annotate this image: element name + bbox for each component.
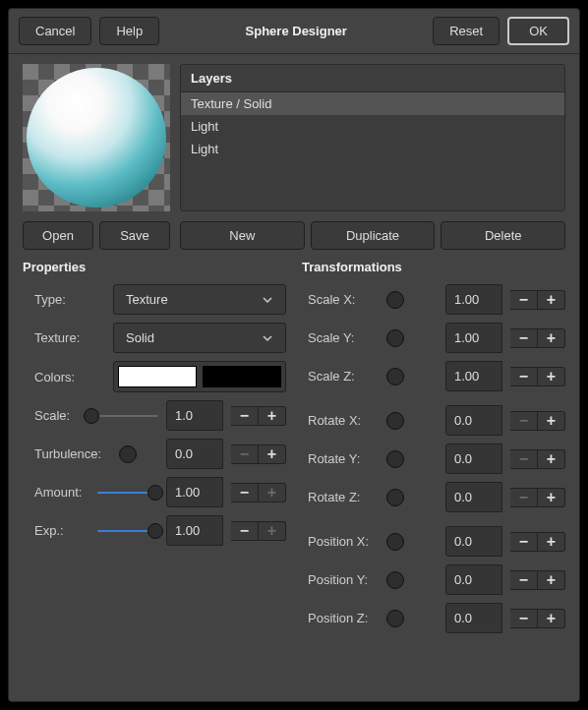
scale-y-input[interactable]: 1.00 <box>445 323 502 353</box>
sphere-preview <box>27 68 166 207</box>
amount-slider[interactable] <box>97 492 158 494</box>
rotate-y-increment[interactable]: + <box>538 449 565 469</box>
position-y-input[interactable]: 0.0 <box>445 564 502 595</box>
rotate-z-input[interactable]: 0.0 <box>445 482 502 512</box>
rotate-x-decrement: − <box>510 411 538 431</box>
rotate-z-decrement: − <box>510 488 538 507</box>
turbulence-decrement: − <box>231 444 259 464</box>
ok-button[interactable]: OK <box>507 17 569 45</box>
help-button[interactable]: Help <box>99 17 159 45</box>
position-z-increment[interactable]: + <box>538 609 565 628</box>
rotate-y-label: Rotate Y: <box>308 451 379 466</box>
position-z-label: Position Z: <box>308 611 379 625</box>
scale-z-increment[interactable]: + <box>538 367 565 386</box>
rotate-z-increment[interactable]: + <box>538 488 565 507</box>
turbulence-label: Turbulence: <box>34 446 111 461</box>
type-combo[interactable]: Texture <box>113 284 286 315</box>
scale-x-input[interactable]: 1.00 <box>445 284 502 315</box>
preview-area <box>23 64 170 211</box>
color-swatch-2[interactable] <box>203 366 281 387</box>
scale-z-label: Scale Z: <box>308 369 379 384</box>
position-x-knob[interactable] <box>386 533 404 551</box>
amount-label: Amount: <box>34 485 89 500</box>
position-x-decrement[interactable]: − <box>510 532 538 552</box>
scale-y-label: Scale Y: <box>308 330 379 345</box>
rotate-x-input[interactable]: 0.0 <box>445 405 502 436</box>
properties-panel: Properties Type: Texture Texture: Solid <box>23 260 286 641</box>
position-y-knob[interactable] <box>386 571 404 589</box>
turbulence-knob[interactable] <box>119 445 137 463</box>
position-z-decrement[interactable]: − <box>510 609 538 628</box>
scale-x-decrement[interactable]: − <box>510 290 538 310</box>
texture-label: Texture: <box>34 330 105 345</box>
scale-y-decrement[interactable]: − <box>510 328 538 348</box>
rotate-y-knob[interactable] <box>386 450 404 468</box>
position-x-input[interactable]: 0.0 <box>445 526 502 557</box>
rotate-z-label: Rotate Z: <box>308 490 379 504</box>
layer-row[interactable]: Light <box>181 115 564 138</box>
scale-x-label: Scale X: <box>308 292 379 307</box>
texture-combo[interactable]: Solid <box>113 323 286 353</box>
exp-label: Exp.: <box>34 523 89 538</box>
layers-list[interactable]: Texture / SolidLightLight <box>181 92 564 210</box>
position-z-knob[interactable] <box>386 610 404 627</box>
type-value: Texture <box>126 292 168 307</box>
rotate-y-input[interactable]: 0.0 <box>445 444 502 474</box>
amount-increment: + <box>259 483 286 503</box>
layer-row[interactable]: Texture / Solid <box>181 92 564 115</box>
scale-z-decrement[interactable]: − <box>510 367 538 386</box>
scale-x-increment[interactable]: + <box>538 290 565 310</box>
position-y-decrement[interactable]: − <box>510 570 538 590</box>
turbulence-increment[interactable]: + <box>259 444 286 464</box>
color-swatch-1[interactable] <box>118 366 197 387</box>
exp-decrement[interactable]: − <box>231 521 259 541</box>
position-y-label: Position Y: <box>308 572 379 587</box>
open-button[interactable]: Open <box>23 221 93 250</box>
dialog-title: Sphere Designer <box>246 24 347 38</box>
delete-button[interactable]: Delete <box>441 221 565 250</box>
reset-button[interactable]: Reset <box>433 17 500 45</box>
scale-input[interactable]: 1.0 <box>166 400 223 431</box>
position-x-label: Position X: <box>308 534 379 549</box>
position-x-increment[interactable]: + <box>538 532 565 552</box>
exp-increment: + <box>259 521 286 541</box>
turbulence-input[interactable]: 0.0 <box>166 439 223 469</box>
scale-label: Scale: <box>34 408 80 423</box>
texture-value: Solid <box>126 330 154 345</box>
rotate-z-knob[interactable] <box>386 489 404 506</box>
cancel-button[interactable]: Cancel <box>19 17 91 45</box>
transformations-panel: Transformations Scale X:1.00−+Scale Y:1.… <box>302 260 565 641</box>
properties-title: Properties <box>23 260 286 274</box>
scale-increment[interactable]: + <box>259 406 286 426</box>
scale-z-knob[interactable] <box>386 368 404 385</box>
new-button[interactable]: New <box>180 221 305 250</box>
duplicate-button[interactable]: Duplicate <box>311 221 436 250</box>
scale-x-knob[interactable] <box>386 291 404 309</box>
exp-slider[interactable] <box>97 530 158 532</box>
position-y-increment[interactable]: + <box>538 570 565 590</box>
rotate-x-label: Rotate X: <box>308 413 379 428</box>
scale-z-input[interactable]: 1.00 <box>445 361 502 391</box>
colors-box <box>113 361 286 392</box>
amount-input[interactable]: 1.00 <box>166 477 223 507</box>
titlebar: Cancel Help Sphere Designer Reset OK <box>9 9 579 54</box>
save-button[interactable]: Save <box>99 221 170 250</box>
scale-y-knob[interactable] <box>386 329 404 347</box>
amount-decrement[interactable]: − <box>231 483 259 503</box>
type-label: Type: <box>34 292 105 307</box>
rotate-y-decrement: − <box>510 449 538 469</box>
chevron-down-icon <box>262 294 273 306</box>
scale-slider[interactable] <box>88 415 158 417</box>
sphere-designer-dialog: Cancel Help Sphere Designer Reset OK Lay… <box>8 8 580 702</box>
scale-y-increment[interactable]: + <box>538 328 565 348</box>
transformations-title: Transformations <box>302 260 565 274</box>
rotate-x-knob[interactable] <box>386 412 404 430</box>
rotate-x-increment[interactable]: + <box>538 411 565 431</box>
layers-header: Layers <box>181 65 564 92</box>
layers-panel: Layers Texture / SolidLightLight <box>180 64 565 211</box>
chevron-down-icon <box>262 332 273 344</box>
exp-input[interactable]: 1.00 <box>166 515 223 546</box>
position-z-input[interactable]: 0.0 <box>445 603 502 633</box>
scale-decrement[interactable]: − <box>231 406 259 426</box>
layer-row[interactable]: Light <box>181 138 564 160</box>
